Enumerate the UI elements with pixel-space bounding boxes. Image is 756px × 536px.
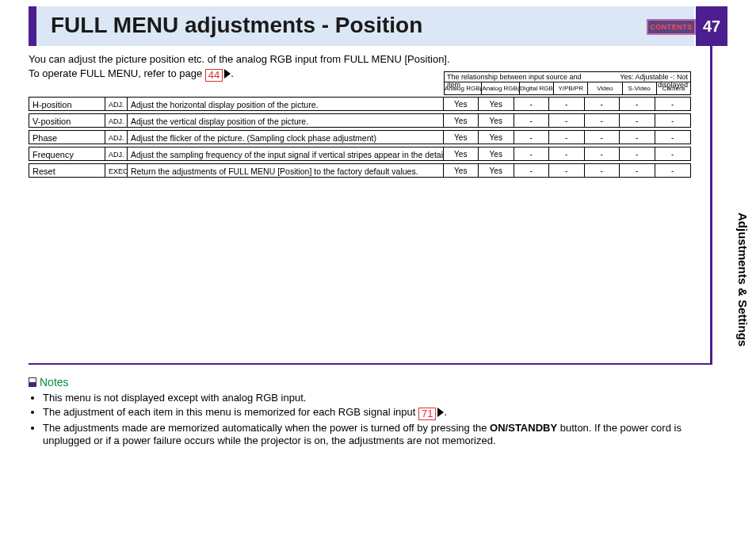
cell-desc: Return the adjustments of FULL MENU [Pos…: [128, 164, 444, 177]
cell-type: ADJ.: [105, 114, 128, 127]
note-text: This menu is not displayed except with a…: [43, 392, 306, 404]
relationship-cols: Analog RGB(1) Analog RGB(2) Digital RGB …: [444, 82, 691, 95]
col-camera: Camera: [657, 82, 690, 94]
cell-name: Phase: [29, 131, 105, 144]
notes-icon: [29, 377, 36, 387]
col-ypbpr: Y/PB/PR: [554, 82, 588, 94]
note-bold: ON/STANDBY: [490, 422, 557, 434]
cell-src-2: -: [514, 114, 550, 127]
cell-name: H-position: [29, 98, 105, 110]
cell-name: Reset: [29, 164, 105, 177]
table-row: PhaseADJ.Adjust the flicker of the pictu…: [29, 130, 691, 144]
table-row: ResetEXEC.Return the adjustments of FULL…: [29, 163, 691, 178]
cell-src-4: -: [585, 114, 620, 127]
col-video: Video: [588, 82, 622, 94]
relationship-label: The relationship between input source an…: [445, 72, 595, 82]
cell-type: EXEC.: [105, 164, 128, 177]
cell-src-4: -: [585, 164, 620, 177]
title-stripe: [29, 6, 36, 46]
note-text: The adjustment of each item in this menu…: [43, 406, 418, 418]
notes-list: This menu is not displayed except with a…: [29, 392, 727, 447]
cell-src-0: Yes: [444, 164, 479, 177]
table-row: FrequencyADJ.Adjust the sampling frequen…: [29, 147, 691, 161]
relationship-header: The relationship between input source an…: [444, 71, 691, 82]
intro-line1: You can adjust the picture position etc.…: [29, 52, 678, 67]
note-item: The adjustment of each item in this menu…: [43, 406, 727, 420]
cell-src-3: -: [549, 164, 585, 177]
contents-button[interactable]: CONTENTS: [647, 19, 696, 35]
cell-src-3: -: [549, 147, 585, 160]
cell-src-5: -: [620, 98, 655, 110]
col-analog-rgb2: Analog RGB(2): [482, 82, 519, 94]
cell-src-6: -: [655, 114, 691, 127]
page-ref-44[interactable]: 44: [205, 69, 223, 82]
cell-src-0: Yes: [444, 147, 479, 160]
cell-type: ADJ.: [105, 131, 128, 144]
cell-src-6: -: [655, 147, 691, 160]
note-item: This menu is not displayed except with a…: [43, 392, 727, 404]
cell-src-2: -: [514, 164, 550, 177]
cell-src-1: Yes: [479, 147, 514, 160]
cell-src-1: Yes: [479, 98, 514, 110]
cell-src-0: Yes: [444, 114, 479, 127]
cell-type: ADJ.: [105, 147, 128, 160]
cell-src-6: -: [655, 131, 691, 144]
cell-src-2: -: [514, 147, 550, 160]
relationship-box: The relationship between input source an…: [444, 71, 691, 95]
note-text: .: [444, 406, 447, 418]
right-rule: [710, 46, 712, 365]
note-text: The adjustments made are memorized autom…: [43, 422, 490, 434]
cell-src-6: -: [655, 164, 691, 177]
table-row: V-positionADJ.Adjust the vertical displa…: [29, 113, 691, 128]
note-item: The adjustments made are memorized autom…: [43, 422, 727, 447]
cell-src-3: -: [549, 131, 585, 144]
main-table: H-positionADJ.Adjust the horizontal disp…: [29, 97, 691, 180]
cell-src-2: -: [514, 98, 550, 110]
intro-line2a: To operate FULL MENU, refer to page: [29, 67, 205, 79]
cell-src-5: -: [620, 147, 655, 160]
cell-src-2: -: [514, 131, 550, 144]
cell-src-5: -: [620, 131, 655, 144]
page: { "header": { "title": "FULL MENU adjust…: [0, 0, 756, 536]
col-analog-rgb1: Analog RGB(1): [445, 82, 482, 94]
bottom-rule: [29, 363, 710, 365]
cell-src-3: -: [549, 114, 585, 127]
notes-header: Notes: [29, 376, 727, 389]
intro-line2b: .: [231, 67, 234, 79]
cell-src-5: -: [620, 164, 655, 177]
notes-header-text: Notes: [40, 376, 69, 389]
table-row: H-positionADJ.Adjust the horizontal disp…: [29, 97, 691, 111]
cell-src-1: Yes: [479, 131, 514, 144]
section-tab: Adjustments & Settings: [718, 212, 750, 346]
page-number: 47: [696, 6, 727, 46]
relationship-legend: Yes: Adjustable -: Not displayed: [595, 72, 690, 82]
cell-src-3: -: [549, 98, 585, 110]
notes: Notes This menu is not displayed except …: [29, 376, 727, 449]
col-svideo: S-Video: [623, 82, 657, 94]
page-ref-71[interactable]: 71: [418, 408, 436, 420]
cell-src-6: -: [655, 98, 691, 110]
cell-src-1: Yes: [479, 164, 514, 177]
cell-src-4: -: [585, 131, 620, 144]
col-digital-rgb: Digital RGB: [520, 82, 554, 94]
cell-desc: Adjust the sampling frequency of the inp…: [128, 147, 444, 160]
cell-name: Frequency: [29, 147, 105, 160]
cell-name: V-position: [29, 114, 105, 127]
cell-desc: Adjust the horizontal display position o…: [128, 98, 444, 110]
cell-src-0: Yes: [444, 131, 479, 144]
cell-desc: Adjust the flicker of the picture. (Samp…: [128, 131, 444, 144]
cell-desc: Adjust the vertical display position of …: [128, 114, 444, 127]
cell-type: ADJ.: [105, 98, 128, 110]
page-title: FULL MENU adjustments - Position: [51, 13, 422, 38]
cell-src-4: -: [585, 147, 620, 160]
cell-src-0: Yes: [444, 98, 479, 110]
cell-src-4: -: [585, 98, 620, 110]
cell-src-5: -: [620, 114, 655, 127]
cell-src-1: Yes: [479, 114, 514, 127]
